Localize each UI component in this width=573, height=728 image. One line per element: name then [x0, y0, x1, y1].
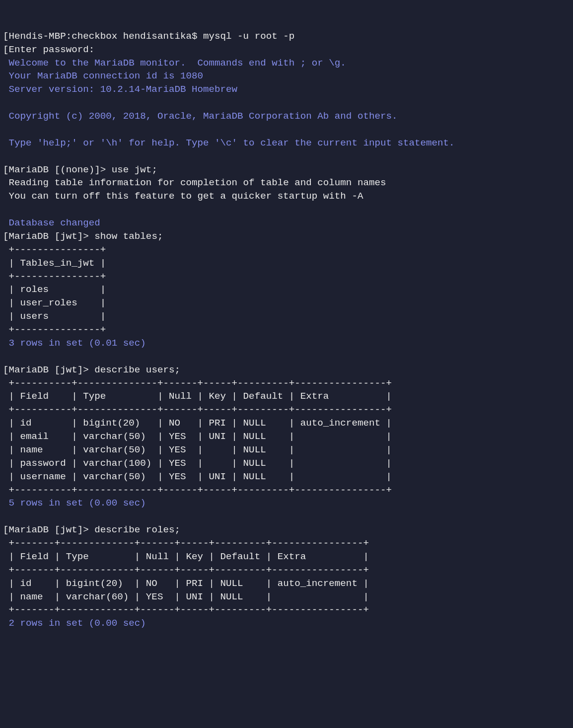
database-changed: Database changed	[3, 218, 100, 228]
banner-copyright: Copyright (c) 2000, 2018, Oracle, MariaD…	[3, 111, 398, 122]
table-header: | Field | Type | Null | Key | Default | …	[3, 391, 392, 402]
table-border: +-------+-------------+------+-----+----…	[3, 538, 369, 549]
result-footer: 3 rows in set (0.01 sec)	[3, 338, 146, 349]
table-border: +---------------+	[3, 244, 106, 255]
password-prompt[interactable]: Enter password:	[9, 44, 95, 55]
table-header: | Tables_in_jwt |	[3, 258, 106, 269]
table-row: | email | varchar(50) | YES | UNI | NULL…	[3, 431, 392, 442]
table-row: | users |	[3, 311, 106, 322]
sql-command[interactable]: use jwt;	[112, 164, 157, 175]
table-row: | name | varchar(60) | YES | UNI | NULL …	[3, 591, 369, 602]
info-line: You can turn off this feature to get a q…	[3, 191, 363, 202]
sql-command[interactable]: describe roles;	[94, 524, 180, 535]
banner-help: Type 'help;' or '\h' for help. Type '\c'…	[3, 138, 455, 148]
table-header: | Field | Type | Null | Key | Default | …	[3, 551, 369, 562]
table-border: +---------------+	[3, 271, 106, 282]
table-row: | id | bigint(20) | NO | PRI | NULL | au…	[3, 418, 392, 429]
banner-conn-id: Your MariaDB connection id is 1080	[3, 71, 203, 81]
table-row: | name | varchar(50) | YES | | NULL | |	[3, 444, 392, 455]
table-border: +----------+--------------+------+-----+…	[3, 404, 392, 415]
mariadb-prompt: MariaDB [(none)]>	[9, 164, 112, 175]
table-border: +----------+--------------+------+-----+…	[3, 485, 392, 496]
banner-server: Server version: 10.2.14-MariaDB Homebrew	[3, 84, 237, 95]
table-border: +-------+-------------+------+-----+----…	[3, 565, 369, 576]
terminal-window[interactable]: [Hendis-MBP:checkbox hendisantika$ mysql…	[3, 30, 570, 630]
table-row: | password | varchar(100) | YES | | NULL…	[3, 458, 392, 469]
shell-prompt: Hendis-MBP:checkbox hendisantika$	[9, 31, 204, 42]
table-row: | id | bigint(20) | NO | PRI | NULL | au…	[3, 578, 369, 589]
sql-command[interactable]: show tables;	[94, 231, 163, 242]
table-row: | user_roles |	[3, 297, 106, 308]
sql-command[interactable]: describe users;	[94, 364, 180, 375]
banner-welcome: Welcome to the MariaDB monitor. Commands…	[3, 58, 346, 69]
mariadb-prompt: MariaDB [jwt]>	[9, 364, 95, 375]
result-footer: 2 rows in set (0.00 sec)	[3, 618, 146, 629]
table-border: +----------+--------------+------+-----+…	[3, 378, 392, 389]
mariadb-prompt: MariaDB [jwt]>	[9, 231, 95, 242]
table-row: | username | varchar(50) | YES | UNI | N…	[3, 471, 392, 482]
info-line: Reading table information for completion…	[3, 177, 386, 188]
mariadb-prompt: MariaDB [jwt]>	[9, 524, 95, 535]
table-border: +---------------+	[3, 324, 106, 335]
table-border: +-------+-------------+------+-----+----…	[3, 604, 369, 615]
table-row: | roles |	[3, 284, 106, 295]
result-footer: 5 rows in set (0.00 sec)	[3, 498, 146, 509]
shell-command[interactable]: mysql -u root -p	[203, 31, 294, 42]
